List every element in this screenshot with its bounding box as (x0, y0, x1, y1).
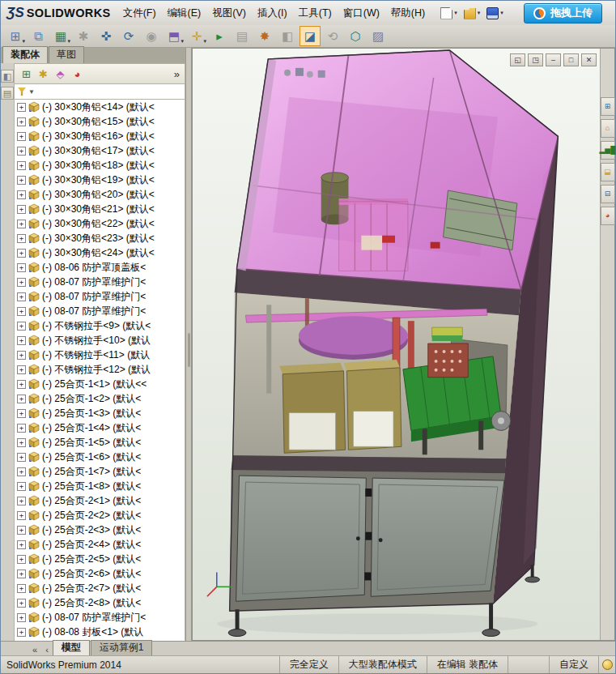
tree-item[interactable]: + (-) 25合页-1<8> (默认< (15, 479, 185, 493)
next-window-icon[interactable]: ◳ (528, 53, 543, 66)
cabinet-door-left[interactable] (236, 476, 367, 601)
save-icon[interactable]: ▾ (485, 6, 505, 21)
tree-item[interactable]: + (-) 08-07 防护罩维护门< (15, 304, 185, 318)
dropdown-caret-icon[interactable]: ▾ (478, 10, 481, 16)
menu-item[interactable]: 插入(I) (252, 3, 293, 23)
dropdown-caret-icon[interactable]: ▾ (454, 10, 457, 16)
new-motion-study-icon[interactable]: ▸ (209, 26, 230, 46)
tree-item[interactable]: + (-) 25合页-2<8> (默认< (15, 595, 185, 610)
tree-item[interactable]: + (-) 25合页-1<2> (默认< (15, 391, 185, 406)
previous-window-icon[interactable]: ◱ (510, 53, 525, 66)
expand-icon[interactable]: + (17, 263, 26, 272)
instant3d-icon[interactable]: ◧ (277, 26, 298, 46)
status-cell[interactable]: 自定义 (549, 656, 598, 673)
menu-item[interactable]: 工具(T) (293, 3, 338, 23)
tree-item[interactable]: + (-) 30×30角铝<23> (默认< (15, 231, 185, 245)
expand-icon[interactable]: + (17, 555, 26, 564)
tree-item[interactable]: + (-) 30×30角铝<15> (默认< (15, 114, 185, 129)
tree-item[interactable]: + (-) 25合页-2<2> (默认< (15, 508, 185, 523)
expand-icon[interactable]: + (17, 467, 26, 476)
exploded-view-icon[interactable]: ✸ (254, 26, 275, 46)
menu-item[interactable]: 帮助(H) (385, 3, 431, 23)
dropdown-caret-icon[interactable]: ▾ (203, 38, 206, 45)
mate-icon[interactable]: ⧉ (28, 26, 49, 46)
tab-装配体[interactable]: 装配体 (2, 46, 48, 63)
viewport-canvas[interactable] (193, 49, 600, 640)
menu-item[interactable]: 窗口(W) (338, 3, 385, 23)
expand-icon[interactable]: + (17, 234, 26, 243)
expand-icon[interactable]: + (17, 176, 26, 185)
expand-icon[interactable]: + (17, 117, 26, 126)
dropdown-caret-icon[interactable]: ▾ (500, 10, 503, 16)
tree-item[interactable]: + (-) 25合页-2<6> (默认< (15, 566, 185, 581)
expand-icon[interactable]: + (17, 103, 26, 112)
cabinet-door-right[interactable] (371, 478, 504, 596)
expand-icon[interactable]: + (17, 132, 26, 141)
filter-caret-icon[interactable]: ▼ (28, 88, 35, 96)
expand-icon[interactable]: + (17, 307, 26, 316)
show-hidden-components-icon[interactable]: ◉ (141, 26, 162, 46)
minimize-button[interactable]: – (546, 53, 561, 66)
tree-item[interactable]: + (-) 30×30角铝<21> (默认< (15, 202, 185, 216)
expand-icon[interactable]: + (17, 453, 26, 462)
section-view-icon[interactable]: ◪ (300, 26, 321, 46)
tree-item[interactable]: + (-) 08-07 防护罩维护门< (15, 289, 185, 304)
dropdown-caret-icon[interactable]: ▾ (181, 38, 184, 45)
expand-icon[interactable]: + (17, 220, 26, 228)
dropdown-caret-icon[interactable]: ▾ (22, 38, 25, 45)
tab-草图[interactable]: 草图 (49, 46, 84, 63)
close-button[interactable]: ✕ (581, 53, 597, 66)
expand-icon[interactable]: + (17, 336, 26, 345)
tree-item[interactable]: + (-) 25合页-2<5> (默认< (15, 552, 185, 566)
move-component-icon[interactable]: ✜ (96, 26, 117, 46)
expand-icon[interactable]: + (17, 424, 26, 433)
drag-upload-button[interactable]: 拖拽上传 (524, 3, 602, 23)
configurationmanager-icon[interactable]: ⬘ (52, 66, 69, 82)
statistics-icon[interactable]: ▂▅█ (601, 141, 615, 160)
expand-icon[interactable]: + (17, 497, 26, 506)
expand-icon[interactable]: + (17, 540, 26, 549)
expand-icon[interactable]: + (17, 365, 26, 374)
expand-icon[interactable]: + (17, 511, 26, 520)
viewport[interactable]: ◱◳–□✕ ⊞⌂▂▅█⬓⊟◕ (192, 48, 615, 641)
expand-icon[interactable]: + (17, 147, 26, 156)
fm-overflow-button[interactable]: » (174, 68, 181, 80)
rotate-component-icon[interactable]: ⟳ (118, 26, 139, 46)
tree-item[interactable]: + (-) 25合页-2<3> (默认< (15, 523, 185, 537)
expand-icon[interactable]: + (17, 278, 26, 287)
tab-运动算例1[interactable]: 运动算例1 (91, 640, 153, 655)
tree-item[interactable]: + (-) 25合页-1<7> (默认< (15, 464, 185, 479)
expand-icon[interactable]: + (17, 438, 26, 447)
expand-icon[interactable]: + (17, 628, 26, 637)
tree-item[interactable]: + (-) 30×30角铝<19> (默认< (15, 173, 185, 187)
curvature-icon[interactable]: ▨ (367, 26, 389, 46)
tree-item[interactable]: + (-) 25合页-1<5> (默认< (15, 435, 185, 450)
solidworks-resources-icon[interactable]: ⊞ (601, 97, 615, 116)
filter-field[interactable] (37, 87, 181, 96)
expand-icon[interactable]: + (17, 569, 26, 578)
featuremanager-tree-icon[interactable]: ⊞ (18, 66, 35, 82)
tree-item[interactable]: + (-) 30×30角铝<18> (默认< (15, 158, 185, 173)
expand-icon[interactable]: + (17, 205, 26, 214)
tree-item[interactable]: + (-) 08-07 防护罩维护门< (15, 610, 185, 625)
pin-pane-icon[interactable]: ▤ (1, 87, 14, 100)
propertymanager-icon[interactable]: ✱ (35, 66, 52, 82)
expand-icon[interactable]: + (17, 351, 26, 360)
restore-button[interactable]: □ (563, 53, 579, 66)
tree-item[interactable]: + (-) 25合页-1<6> (默认< (15, 450, 185, 464)
expand-icon[interactable]: + (17, 482, 26, 491)
new-document-icon[interactable]: ▾ (439, 6, 459, 21)
design-library-icon[interactable]: ⌂ (601, 119, 615, 138)
machine-model[interactable] (228, 50, 558, 637)
tree-item[interactable]: + (-) 不锈钢拉手<12> (默认 (15, 362, 185, 377)
expand-icon[interactable]: + (17, 584, 26, 593)
dropdown-caret-icon[interactable]: ▾ (67, 38, 70, 45)
study-nav-button[interactable]: ‹ (41, 645, 53, 655)
expand-icon[interactable]: + (17, 613, 26, 622)
panel-splitter[interactable] (185, 48, 192, 641)
view-palette-icon[interactable]: ⊟ (601, 185, 615, 203)
assembly-features-icon[interactable]: ⬒▾ (164, 26, 185, 46)
tree-item[interactable]: + (-) 30×30角铝<16> (默认< (15, 129, 185, 143)
menu-item[interactable]: 文件(F) (117, 3, 162, 23)
insert-components-icon[interactable]: ⊞▾ (5, 26, 26, 46)
